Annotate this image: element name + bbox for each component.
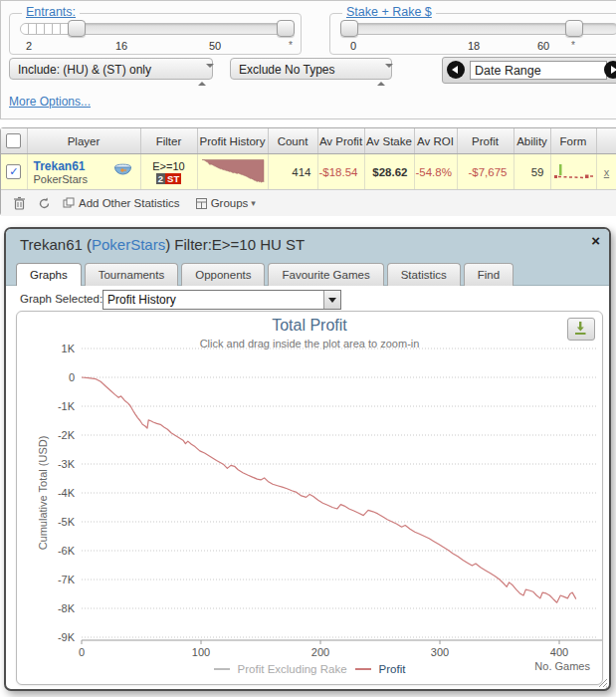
chart-subtitle: Click and drag inside the plot area to z… xyxy=(17,338,602,349)
col-av-roi: Av ROI xyxy=(414,128,457,154)
groups-label: Groups xyxy=(211,197,249,209)
include-types-dropdown[interactable]: Include: (HU) & (ST) only xyxy=(9,58,213,80)
delete-button[interactable] xyxy=(13,196,26,210)
groups-grid-icon xyxy=(196,198,207,209)
profit-history-sparkline xyxy=(201,158,265,184)
popup-title-site: PokerStars xyxy=(92,236,165,253)
graph-select-value: Profit History xyxy=(107,293,176,307)
updown-arrow-icon xyxy=(377,64,384,86)
entrants-tick-max: * xyxy=(289,40,293,51)
date-prev-button[interactable] xyxy=(447,61,465,79)
download-chart-button[interactable] xyxy=(567,318,595,341)
filter-badge: 2ST xyxy=(156,173,181,184)
entrants-slider-handle-right[interactable] xyxy=(277,20,295,37)
remove-row-link[interactable]: x xyxy=(596,154,616,190)
tab-statistics[interactable]: Statistics xyxy=(387,263,461,286)
ability-cell: 59 xyxy=(513,154,550,190)
col-av-stake: Av Stake xyxy=(364,128,414,154)
svg-text:-5K: -5K xyxy=(58,516,76,528)
copy-icon xyxy=(63,197,75,209)
entrants-slider-handle-left[interactable] xyxy=(68,20,86,37)
caret-down-icon: ▾ xyxy=(251,198,256,208)
refresh-button[interactable] xyxy=(38,197,51,210)
row-select-cell: ✓ xyxy=(1,154,27,190)
svg-text:-7K: -7K xyxy=(58,574,76,585)
select-all-checkbox[interactable] xyxy=(6,133,21,148)
player-detail-popup: Trekan61 (PokerStars) Filter:E>=10 HU ST… xyxy=(4,227,611,691)
row-checkbox[interactable]: ✓ xyxy=(6,164,21,179)
filters-section: Entrants: 2 16 50 * Stake + Rake $ 0 18 … xyxy=(0,0,616,119)
tab-tournaments[interactable]: Tournaments xyxy=(85,263,178,286)
table-header-row: Player Filter Profit History Count Av Pr… xyxy=(1,128,616,154)
chart-title: Total Profit xyxy=(17,317,602,335)
col-av-profit: Av Profit xyxy=(317,128,364,154)
col-remove xyxy=(596,128,616,154)
stake-filter-group: Stake + Rake $ 0 18 60 * xyxy=(329,13,616,55)
resize-handle[interactable] xyxy=(595,675,608,688)
popup-tabs: Graphs Tournaments Opponents Favourite G… xyxy=(16,263,513,286)
profit-history-cell[interactable] xyxy=(197,154,268,190)
results-table-section: Player Filter Profit History Count Av Pr… xyxy=(0,127,616,216)
col-profit: Profit xyxy=(457,128,513,154)
col-profit-history: Profit History xyxy=(197,128,268,154)
badge-count: 2 xyxy=(156,173,165,184)
entrants-tick-min: 2 xyxy=(26,40,32,52)
stake-slider-handle-left[interactable] xyxy=(340,20,358,37)
entrants-link[interactable]: Entrants: xyxy=(22,5,80,19)
tab-favourite-games[interactable]: Favourite Games xyxy=(268,263,383,286)
table-row: ✓ Trekan61 PokerStars E>=10 2ST xyxy=(1,154,616,190)
svg-text:-2K: -2K xyxy=(58,429,76,441)
filter-expression: E>=10 xyxy=(142,160,196,172)
svg-text:100: 100 xyxy=(192,646,210,658)
form-sparkline xyxy=(552,161,596,181)
popup-header: Trekan61 (PokerStars) Filter:E>=10 HU ST… xyxy=(6,229,609,286)
fishbowl-icon[interactable] xyxy=(113,162,132,176)
entrants-filter-group: Entrants: 2 16 50 * xyxy=(9,13,302,55)
chart-panel: Total Profit Click and drag inside the p… xyxy=(16,311,603,685)
results-table: Player Filter Profit History Count Av Pr… xyxy=(1,128,616,189)
av-profit-cell: -$18.54 xyxy=(317,154,364,190)
player-cell: Trekan61 PokerStars xyxy=(27,154,140,190)
include-types-label: Include: (HU) & (ST) only xyxy=(18,63,151,77)
popup-title: Trekan61 (PokerStars) Filter:E>=10 HU ST xyxy=(20,236,305,253)
updown-arrow-icon xyxy=(198,64,205,86)
date-range-control xyxy=(442,57,616,84)
download-icon xyxy=(568,319,592,338)
stake-slider-handle-right[interactable] xyxy=(565,20,583,37)
refresh-icon xyxy=(38,197,51,210)
svg-text:-3K: -3K xyxy=(58,458,76,470)
graph-selected-label: Graph Selected: xyxy=(20,293,103,305)
entrants-tick-high: 50 xyxy=(209,40,221,52)
more-options-link[interactable]: More Options... xyxy=(9,95,91,109)
close-popup-button[interactable]: × xyxy=(591,232,600,249)
graph-select-dropdown[interactable]: Profit History xyxy=(103,290,341,310)
date-range-input[interactable] xyxy=(470,61,607,80)
exclude-types-dropdown[interactable]: Exclude No Types xyxy=(230,58,392,80)
legend-label-profit[interactable]: Profit xyxy=(379,663,406,675)
legend-label-excluding-rake[interactable]: Profit Excluding Rake xyxy=(238,663,347,675)
stake-tick-max: * xyxy=(571,40,575,51)
entrants-slider-track[interactable] xyxy=(20,23,291,35)
groups-button[interactable]: Groups ▾ xyxy=(196,197,256,209)
add-other-statistics-label: Add Other Statistics xyxy=(79,197,180,209)
dropdown-arrow-icon xyxy=(323,291,340,309)
svg-text:200: 200 xyxy=(311,646,329,658)
y-axis-title: Cumulative Total (USD) xyxy=(37,436,49,551)
stake-tick-mid: 18 xyxy=(468,40,480,52)
select-all-header xyxy=(1,128,27,154)
svg-text:-9K: -9K xyxy=(58,631,76,643)
form-cell xyxy=(550,154,596,190)
svg-text:400: 400 xyxy=(550,646,568,658)
stake-rake-link[interactable]: Stake + Rake $ xyxy=(342,5,436,19)
date-next-button[interactable] xyxy=(604,61,616,79)
tab-find[interactable]: Find xyxy=(464,263,513,286)
col-form: Form xyxy=(550,128,596,154)
tab-opponents[interactable]: Opponents xyxy=(181,263,265,286)
col-player: Player xyxy=(27,128,140,154)
trash-icon xyxy=(13,196,26,210)
col-filter: Filter xyxy=(140,128,197,154)
profit-chart-plot-area[interactable]: 1K0-1K-2K-3K-4K-5K-6K-7K-8K-9K0100200300… xyxy=(17,312,602,684)
tab-graphs[interactable]: Graphs xyxy=(16,263,82,286)
popup-title-player: Trekan61 ( xyxy=(20,236,92,253)
add-other-statistics-button[interactable]: Add Other Statistics xyxy=(63,197,180,209)
